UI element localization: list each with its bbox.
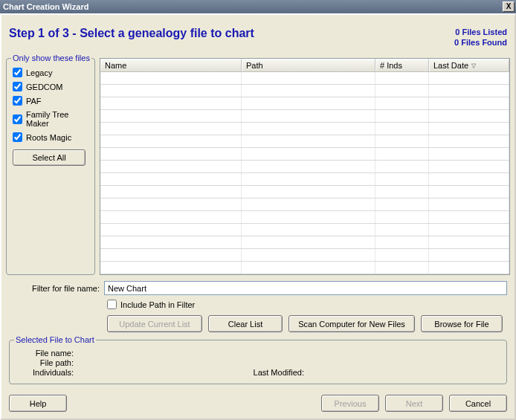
filter-ftm-label: Family Tree Maker <box>26 110 88 128</box>
table-row[interactable] <box>100 198 509 211</box>
table-row[interactable] <box>100 72 509 85</box>
filter-name-row: Filter for file name: <box>9 281 507 295</box>
browse-file-button[interactable]: Browse for File <box>421 315 503 332</box>
window-title: Chart Creation Wizard <box>1 2 503 11</box>
next-button[interactable]: Next <box>385 395 443 412</box>
table-row[interactable] <box>100 249 509 262</box>
include-path-row[interactable]: Include Path in Filter <box>107 300 507 309</box>
filter-gedcom-label: GEDCOM <box>26 83 63 91</box>
table-row[interactable] <box>100 161 509 173</box>
filter-legacy-checkbox[interactable] <box>13 68 22 77</box>
filter-name-label: Filter for file name: <box>9 284 100 293</box>
dialog-content: Step 1 of 3 - Select a genealogy file to… <box>0 13 516 420</box>
spacer <box>73 395 315 412</box>
filter-legacy[interactable]: Legacy <box>13 68 88 77</box>
selected-file-path-row: File path: <box>16 358 500 367</box>
selected-last-modified-label: Last Modified: <box>248 368 307 377</box>
column-inds[interactable]: # Inds <box>375 59 429 71</box>
filter-name-input[interactable] <box>104 281 507 295</box>
file-type-filter-group: Only show these files Legacy GEDCOM PAF … <box>6 58 95 275</box>
table-row[interactable] <box>100 97 509 110</box>
table-row[interactable] <box>100 236 509 249</box>
column-name[interactable]: Name <box>100 59 242 71</box>
filter-group-legend: Only show these files <box>11 54 91 62</box>
filter-rootsmagic[interactable]: Roots Magic <box>13 132 88 142</box>
selected-file-name-label: File name: <box>16 349 77 358</box>
filter-gedcom-checkbox[interactable] <box>13 82 22 91</box>
filter-ftm[interactable]: Family Tree Maker <box>13 110 88 128</box>
filter-ftm-checkbox[interactable] <box>13 114 22 124</box>
table-row[interactable] <box>100 85 509 97</box>
filter-legacy-label: Legacy <box>26 68 52 77</box>
titlebar: Chart Creation Wizard X <box>0 0 516 13</box>
clear-list-button[interactable]: Clear List <box>208 315 283 332</box>
table-row[interactable] <box>100 123 509 135</box>
close-button[interactable]: X <box>503 1 515 12</box>
table-row[interactable] <box>100 262 509 274</box>
previous-button[interactable]: Previous <box>321 395 379 412</box>
sort-descending-icon: ▽ <box>471 62 476 69</box>
update-list-button[interactable]: Update Current List <box>107 315 202 332</box>
filter-rootsmagic-checkbox[interactable] <box>13 132 22 142</box>
main-row: Only show these files Legacy GEDCOM PAF … <box>6 58 510 275</box>
selected-individuals-value <box>77 368 248 377</box>
bottom-button-bar: Help Previous Next Cancel <box>9 395 507 412</box>
include-path-checkbox[interactable] <box>107 300 117 309</box>
selected-file-name-row: File name: <box>16 349 500 358</box>
scan-computer-button[interactable]: Scan Computer for New Files <box>288 315 415 332</box>
files-listed: 0 Files Listed <box>454 27 507 37</box>
selected-group-legend: Selected File to Chart <box>14 335 96 344</box>
table-row[interactable] <box>100 135 509 148</box>
table-header: Name Path # Inds Last Date ▽ <box>100 59 509 72</box>
filter-paf-checkbox[interactable] <box>13 96 22 106</box>
header-row: Step 1 of 3 - Select a genealogy file to… <box>9 27 507 48</box>
files-found: 0 Files Found <box>454 37 507 48</box>
step-title: Step 1 of 3 - Select a genealogy file to… <box>9 27 454 40</box>
include-path-label: Include Path in Filter <box>120 300 195 309</box>
table-row[interactable] <box>100 211 509 224</box>
table-row[interactable] <box>100 148 509 161</box>
column-last-date[interactable]: Last Date ▽ <box>429 59 509 71</box>
file-table: Name Path # Inds Last Date ▽ <box>100 58 510 275</box>
selected-details-row: Individuals: Last Modified: <box>16 368 500 377</box>
table-row[interactable] <box>100 173 509 186</box>
select-all-button[interactable]: Select All <box>13 149 86 166</box>
selected-file-group: Selected File to Chart File name: File p… <box>9 340 507 384</box>
filter-gedcom[interactable]: GEDCOM <box>13 82 88 91</box>
action-button-row: Update Current List Clear List Scan Comp… <box>107 315 507 332</box>
table-row[interactable] <box>100 224 509 236</box>
table-row[interactable] <box>100 186 509 198</box>
selected-individuals-label: Individuals: <box>16 368 77 377</box>
table-row[interactable] <box>100 110 509 123</box>
filter-rootsmagic-label: Roots Magic <box>26 133 71 142</box>
table-body[interactable] <box>100 72 509 274</box>
cancel-button[interactable]: Cancel <box>449 395 507 412</box>
help-button[interactable]: Help <box>9 395 67 412</box>
filter-paf[interactable]: PAF <box>13 96 88 106</box>
column-path[interactable]: Path <box>242 59 375 71</box>
filter-paf-label: PAF <box>26 97 42 106</box>
selected-file-path-label: File path: <box>16 358 77 367</box>
file-counts: 0 Files Listed 0 Files Found <box>454 27 507 48</box>
